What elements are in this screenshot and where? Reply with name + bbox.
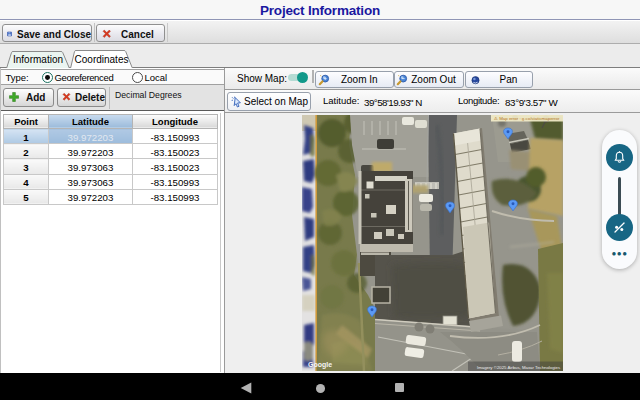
- svg-text:Imagery ©2025 Airbus, Maxar Te: Imagery ©2025 Airbus, Maxar Technologies: [477, 365, 560, 370]
- svg-text:Google: Google: [308, 361, 332, 369]
- svg-text:⚠ Map error : g.co/staticmaper: ⚠ Map error : g.co/staticmaperror: [494, 116, 560, 121]
